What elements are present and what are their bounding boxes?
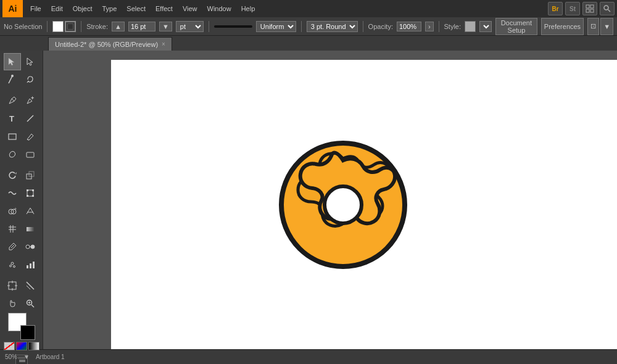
stroke-value-input[interactable]	[128, 22, 155, 31]
color-swatch[interactable]	[16, 342, 27, 350]
fg-bg-swatch[interactable]	[8, 313, 35, 340]
stroke-color-box[interactable]	[65, 21, 76, 32]
fill-color-box[interactable]	[52, 21, 64, 32]
canvas-area[interactable]	[43, 51, 617, 349]
left-toolbar: + T	[0, 51, 43, 349]
svg-line-25	[30, 208, 34, 214]
search-icon-btn[interactable]	[600, 2, 615, 15]
svg-rect-11	[9, 134, 16, 139]
svg-line-10	[27, 115, 33, 122]
opacity-label: Opacity:	[368, 23, 393, 30]
svg-line-5	[608, 10, 611, 12]
tab-close-btn[interactable]: ×	[162, 41, 165, 48]
menu-edit[interactable]: Edit	[46, 2, 68, 15]
menu-select[interactable]: Select	[122, 2, 151, 15]
document-tab[interactable]: Untitled-2* @ 50% (RGB/Preview) ×	[48, 37, 172, 51]
svg-point-36	[11, 262, 14, 265]
eyedropper-tool[interactable]	[4, 238, 21, 255]
scale-tool[interactable]	[22, 167, 39, 184]
gradient-tool[interactable]	[22, 220, 39, 238]
menu-file[interactable]: File	[25, 2, 46, 15]
svg-rect-3	[590, 9, 594, 12]
stroke-unit-select[interactable]: pt px mm	[176, 21, 204, 32]
menu-view[interactable]: View	[178, 2, 202, 15]
symbol-spray-tool[interactable]	[4, 256, 21, 273]
svg-text:+: +	[14, 207, 17, 211]
stroke-down-btn[interactable]: ▼	[159, 22, 172, 31]
divider-2	[81, 21, 81, 32]
svg-point-37	[10, 265, 12, 267]
bridge-icon-btn[interactable]: Br	[548, 2, 563, 15]
svg-rect-0	[586, 5, 589, 8]
eraser-tool[interactable]	[22, 146, 39, 163]
document-setup-btn[interactable]: Document Setup	[495, 18, 537, 35]
perspective-grid-tool[interactable]	[22, 202, 39, 220]
type-tool[interactable]: T	[4, 110, 21, 127]
svg-rect-13	[27, 152, 34, 157]
rotate-tool[interactable]	[4, 167, 21, 184]
gear-donut-main	[275, 137, 411, 273]
zoom-tool[interactable]	[22, 295, 39, 312]
lasso-tool[interactable]	[22, 71, 39, 88]
rect-tool[interactable]	[4, 128, 21, 145]
menu-help[interactable]: Help	[236, 2, 260, 15]
menu-type[interactable]: Type	[97, 2, 122, 15]
divider-6	[439, 21, 439, 32]
menu-effect[interactable]: Effect	[151, 2, 178, 15]
svg-point-7	[11, 75, 14, 77]
selection-tool[interactable]	[4, 53, 21, 70]
svg-rect-18	[32, 189, 34, 191]
direct-selection-tool[interactable]	[22, 53, 39, 70]
svg-rect-17	[27, 189, 28, 191]
svg-rect-40	[30, 263, 31, 268]
menu-window[interactable]: Window	[202, 2, 236, 15]
mesh-tool[interactable]	[4, 220, 21, 238]
stroke-label: Stroke:	[86, 23, 108, 30]
svg-text:T: T	[9, 114, 14, 123]
stroke-up-btn[interactable]: ▲	[112, 22, 125, 31]
pencil-tool[interactable]	[22, 128, 39, 145]
none-swatch[interactable]	[4, 342, 15, 350]
preferences-btn[interactable]: Preferences	[541, 18, 584, 35]
brush-select[interactable]: 3 pt. Round	[307, 21, 358, 32]
stock-icon-btn[interactable]: St	[565, 2, 580, 15]
status-bar: 50% ▼ Artboard 1	[0, 349, 617, 364]
svg-point-4	[604, 6, 608, 10]
arrange-drop-btn[interactable]: ▼	[600, 18, 613, 35]
slice-tool[interactable]	[22, 277, 39, 294]
arrange-btn[interactable]: ⊡	[587, 18, 599, 35]
svg-point-38	[14, 266, 15, 268]
zoom-level: 50%	[5, 354, 17, 360]
hand-tool[interactable]	[4, 295, 21, 312]
tab-title: Untitled-2* @ 50% (RGB/Preview)	[55, 41, 158, 48]
background-color[interactable]	[20, 325, 35, 340]
workspace-icon-btn[interactable]	[582, 2, 597, 15]
stroke-line-preview	[214, 25, 252, 28]
opacity-more-btn[interactable]: ›	[425, 22, 434, 31]
style-select[interactable]	[479, 21, 492, 32]
blob-brush-tool[interactable]	[4, 146, 21, 163]
free-transform-tool[interactable]	[22, 184, 39, 202]
column-graph-tool[interactable]	[22, 256, 39, 273]
magic-wand-tool[interactable]	[4, 71, 21, 88]
line-tool[interactable]	[22, 110, 39, 127]
gradient-swatch[interactable]	[28, 342, 39, 350]
svg-line-50	[31, 305, 34, 307]
divider-3	[209, 21, 209, 32]
control-bar: No Selection Stroke: ▲ ▼ pt px mm Unifor…	[0, 17, 617, 36]
warp-tool[interactable]	[4, 184, 21, 202]
svg-rect-2	[586, 9, 589, 12]
divider-5	[363, 21, 363, 32]
opacity-input[interactable]	[397, 22, 421, 31]
stroke-profile-select[interactable]: Uniform	[256, 21, 296, 32]
style-label: Style:	[444, 23, 462, 30]
add-anchor-tool[interactable]: +	[22, 92, 39, 109]
svg-rect-31	[27, 227, 34, 231]
svg-point-56	[325, 186, 362, 223]
svg-line-6	[9, 76, 12, 83]
menu-object[interactable]: Object	[68, 2, 97, 15]
shape-builder-tool[interactable]: +	[4, 202, 21, 220]
blend-tool[interactable]	[22, 238, 39, 255]
artboard-tool[interactable]	[4, 277, 21, 294]
pen-tool[interactable]	[4, 92, 21, 109]
